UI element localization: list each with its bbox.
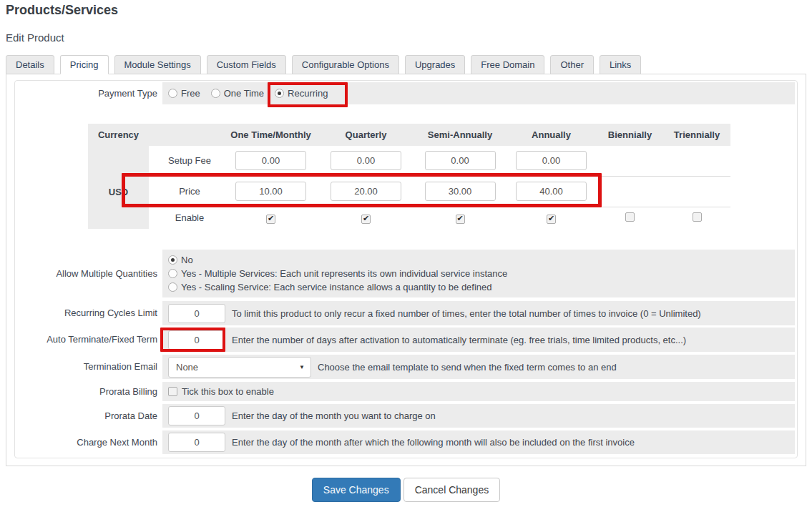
- header-spacer: [149, 124, 224, 146]
- charge-next-month-label: Charge Next Month: [17, 430, 162, 454]
- header-currency: Currency: [88, 124, 149, 146]
- enable-annually-checkbox[interactable]: [547, 215, 556, 224]
- prorata-date-description: Enter the day of the month you want to c…: [232, 410, 436, 421]
- enable-biennially-checkbox[interactable]: [625, 212, 635, 222]
- termination-email-label: Termination Email: [17, 355, 162, 379]
- tab-free-domain[interactable]: Free Domain: [471, 55, 544, 74]
- enable-label: Enable: [149, 207, 224, 229]
- price-row: Price: [88, 176, 730, 207]
- termination-email-selected-value: None: [176, 362, 198, 373]
- auto-terminate-label: Auto Terminate/Fixed Term: [17, 328, 162, 352]
- pricing-header-row: Currency One Time/Monthly Quarterly Semi…: [88, 124, 730, 146]
- enable-triennially-checkbox[interactable]: [693, 212, 702, 222]
- currency-pricing-table: Currency One Time/Monthly Quarterly Semi…: [88, 124, 730, 229]
- payment-type-field: Free One Time Recurring: [162, 82, 795, 104]
- allow-multiple-quantities-field: No Yes - Multiple Services: Each unit re…: [162, 250, 795, 297]
- setup-fee-label: Setup Fee: [149, 146, 224, 176]
- enable-quarterly-checkbox[interactable]: [361, 215, 371, 224]
- termination-email-row: Termination Email None ▼ Choose the emai…: [17, 355, 795, 379]
- enable-monthly-checkbox[interactable]: [266, 215, 275, 224]
- header-biennially: Biennially: [597, 124, 663, 146]
- prorata-date-row: Prorata Date Enter the day of the month …: [17, 404, 795, 428]
- radio-one-time-label: One Time: [224, 88, 264, 99]
- pricing-form: Payment Type Free One Time Recurring: [14, 80, 798, 458]
- charge-next-month-input[interactable]: [168, 433, 225, 452]
- charge-next-month-row: Charge Next Month Enter the day of the m…: [17, 430, 795, 454]
- payment-type-option-free[interactable]: Free: [168, 88, 200, 99]
- radio-recurring[interactable]: [275, 89, 284, 98]
- enable-semiannually-checkbox[interactable]: [456, 215, 465, 224]
- currency-pricing-table-wrap: Currency One Time/Monthly Quarterly Semi…: [88, 124, 796, 229]
- setup-fee-quarterly-input[interactable]: [331, 151, 401, 170]
- radio-free[interactable]: [168, 89, 177, 98]
- allow-multiple-quantities-label: Allow Multiple Quantities: [17, 250, 162, 297]
- radio-amq-multiple-services[interactable]: [168, 269, 177, 278]
- radio-amq-scaling-service[interactable]: [168, 282, 177, 292]
- header-triennially: Triennially: [663, 124, 730, 146]
- page-subtitle: Edit Product: [6, 31, 812, 44]
- payment-type-option-one-time[interactable]: One Time: [211, 88, 264, 99]
- prorata-billing-checkbox[interactable]: [168, 387, 177, 396]
- price-quarterly-input[interactable]: [331, 182, 401, 201]
- radio-amq-no[interactable]: [168, 255, 177, 265]
- header-annually: Annually: [506, 124, 597, 146]
- recurring-cycles-limit-description: To limit this product to only recur a fi…: [232, 308, 701, 319]
- chevron-down-icon: ▼: [299, 364, 305, 370]
- header-one-time-monthly: One Time/Monthly: [224, 124, 318, 146]
- charge-next-month-description: Enter the day of the month after which t…: [232, 437, 635, 448]
- prorata-billing-checkbox-label: Tick this box to enable: [182, 386, 274, 397]
- currency-cell: USD: [88, 146, 149, 229]
- price-label: Price: [149, 176, 224, 207]
- setup-fee-annually-input[interactable]: [516, 151, 587, 170]
- tab-details[interactable]: Details: [6, 55, 54, 74]
- radio-amq-multiple-services-label: Yes - Multiple Services: Each unit repre…: [181, 268, 507, 279]
- recurring-cycles-limit-row: Recurring Cycles Limit To limit this pro…: [17, 301, 795, 325]
- page-title: Products/Services: [6, 3, 812, 18]
- payment-type-option-recurring[interactable]: Recurring: [275, 88, 328, 99]
- termination-email-description: Choose the email template to send when t…: [318, 362, 617, 373]
- setup-fee-semiannually-input[interactable]: [425, 151, 496, 170]
- tab-module-settings[interactable]: Module Settings: [114, 55, 201, 74]
- amq-option-multiple-services[interactable]: Yes - Multiple Services: Each unit repre…: [168, 268, 507, 279]
- radio-amq-scaling-service-label: Yes - Scaling Service: Each service inst…: [181, 282, 492, 292]
- radio-amq-no-label: No: [181, 255, 193, 265]
- radio-one-time[interactable]: [211, 89, 220, 98]
- setup-fee-monthly-input[interactable]: [235, 151, 306, 170]
- allow-multiple-quantities-row: Allow Multiple Quantities No Yes - Multi…: [17, 250, 795, 297]
- header-semi-annually: Semi-Annually: [414, 124, 506, 146]
- termination-email-select[interactable]: None ▼: [168, 357, 311, 378]
- save-changes-button[interactable]: Save Changes: [312, 478, 401, 502]
- recurring-cycles-limit-label: Recurring Cycles Limit: [17, 301, 162, 325]
- header-quarterly: Quarterly: [318, 124, 414, 146]
- auto-terminate-description: Enter the number of days after activatio…: [232, 335, 686, 345]
- tab-pricing[interactable]: Pricing: [60, 55, 109, 74]
- tab-bar: Details Pricing Module Settings Custom F…: [6, 55, 812, 74]
- amq-option-scaling-service[interactable]: Yes - Scaling Service: Each service inst…: [168, 282, 507, 292]
- price-annually-input[interactable]: [516, 182, 587, 201]
- prorata-date-input[interactable]: [168, 406, 225, 425]
- radio-recurring-label: Recurring: [288, 88, 328, 99]
- enable-row: Enable: [88, 207, 730, 229]
- payment-type-label: Payment Type: [17, 82, 162, 104]
- setup-fee-row: USD Setup Fee: [88, 146, 730, 176]
- tab-other[interactable]: Other: [550, 55, 594, 74]
- amq-option-no[interactable]: No: [168, 255, 507, 265]
- tab-upgrades[interactable]: Upgrades: [405, 55, 465, 74]
- prorata-billing-label: Prorata Billing: [17, 382, 162, 401]
- price-monthly-input[interactable]: [235, 182, 306, 201]
- payment-type-row: Payment Type Free One Time Recurring: [17, 82, 795, 104]
- products-services-page: Products/Services Edit Product Details P…: [0, 0, 812, 507]
- price-semiannually-input[interactable]: [425, 182, 496, 201]
- tab-configurable-options[interactable]: Configurable Options: [292, 55, 399, 74]
- auto-terminate-row: Auto Terminate/Fixed Term Enter the numb…: [17, 328, 795, 352]
- prorata-billing-row: Prorata Billing Tick this box to enable: [17, 382, 795, 401]
- radio-free-label: Free: [181, 88, 200, 99]
- prorata-date-label: Prorata Date: [17, 404, 162, 428]
- pricing-tab-panel: Payment Type Free One Time Recurring: [6, 74, 806, 466]
- auto-terminate-input[interactable]: [168, 330, 225, 350]
- recurring-cycles-limit-input[interactable]: [168, 304, 225, 323]
- footer-actions: Save Changes Cancel Changes: [0, 478, 812, 502]
- tab-custom-fields[interactable]: Custom Fields: [207, 55, 286, 74]
- cancel-changes-button[interactable]: Cancel Changes: [403, 478, 501, 502]
- tab-links[interactable]: Links: [600, 55, 641, 74]
